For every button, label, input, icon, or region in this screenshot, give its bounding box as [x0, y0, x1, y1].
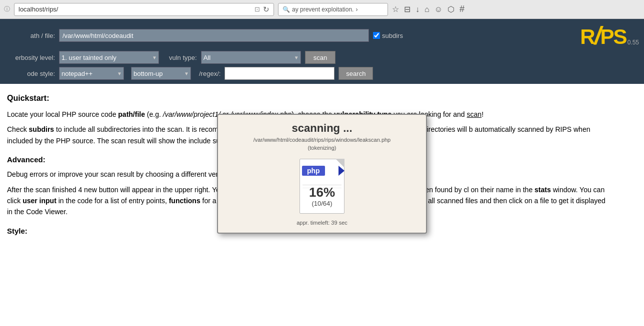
- para1-bold1: path/file: [118, 110, 145, 118]
- para4-functions: functions: [169, 197, 200, 205]
- scan-button[interactable]: scan: [305, 51, 336, 64]
- browser-bar: ⓘ localhost/rips/ ⊡ ↻ 🔍 ay prevent explo…: [0, 0, 644, 19]
- scan-modal-title: scanning ...: [226, 122, 418, 135]
- logo-area: R/PS 0.55: [580, 23, 639, 48]
- verbosity-row: erbosity level: 0. none 1. user tainted …: [5, 51, 639, 64]
- download-icon[interactable]: ↓: [416, 5, 420, 14]
- code-style-label: ode style:: [5, 70, 55, 77]
- quickstart-title: Quickstart:: [7, 94, 637, 103]
- regex-label: /regex/:: [199, 70, 220, 77]
- search-hint: ay prevent exploitation.: [292, 6, 354, 13]
- home-icon[interactable]: ⌂: [424, 5, 430, 14]
- php-badge-fold: [338, 166, 344, 176]
- star-icon[interactable]: ☆: [392, 4, 399, 14]
- vuln-select[interactable]: All XSS SQL Injection File Inclusion Cod…: [201, 51, 301, 64]
- browser-search-bar[interactable]: 🔍 ay prevent exploitation. ›: [278, 3, 388, 16]
- browser-toolbar: ☆ ⊟ ↓ ⌂ ☺ ⬡ #: [392, 4, 464, 14]
- scan-modal: scanning ... /var/www/html/codeaudit/rip…: [217, 114, 427, 234]
- para4-stats: stats: [534, 186, 551, 194]
- app-header: ath / file: subdirs R/PS 0.55 erbosity l…: [0, 19, 644, 84]
- php-badge-text: php: [307, 167, 320, 175]
- para1-text2: (e.g.: [145, 110, 163, 118]
- para2-bold: subdirs: [29, 125, 54, 133]
- para4-mid2: in the code for a list of entry points,: [56, 197, 169, 205]
- path-row: ath / file: subdirs R/PS 0.55: [5, 23, 639, 48]
- arrow-icon: ›: [356, 6, 358, 13]
- search-icon-browser: 🔍: [282, 6, 290, 13]
- subdirs-text: subdirs: [382, 32, 403, 39]
- pocket-icon[interactable]: ⬡: [448, 4, 454, 14]
- search-button[interactable]: search: [338, 67, 373, 80]
- smiley-icon[interactable]: ☺: [434, 5, 442, 14]
- para4-user-input: user input: [22, 197, 56, 205]
- reading-icon[interactable]: ⊟: [404, 4, 410, 14]
- verbosity-wrapper: 0. none 1. user tainted only 2. all tain…: [59, 51, 159, 64]
- code-style-select[interactable]: notepad++ vim emacs: [59, 67, 124, 80]
- subdirs-checkbox[interactable]: [373, 32, 380, 39]
- code-style-row: ode style: notepad++ vim emacs bottom-up…: [5, 67, 639, 80]
- rips-version: 0.55: [628, 39, 639, 46]
- scan-modal-header: scanning ... /var/www/html/codeaudit/rip…: [218, 115, 426, 154]
- scan-modal-subtitle2: (tokenizing): [226, 145, 418, 151]
- para1-text1: Locate your local PHP source code: [7, 110, 118, 118]
- scan-modal-body: php 16% (10/64) appr. timeleft: 39 sec: [218, 154, 426, 233]
- verbosity-select[interactable]: 0. none 1. user tainted only 2. all tain…: [59, 51, 159, 64]
- reload-icon[interactable]: ↻: [263, 5, 270, 14]
- php-file-icon: php 16% (10/64): [300, 159, 344, 214]
- vuln-label: vuln type:: [169, 54, 197, 61]
- verbosity-label: erbosity level:: [5, 54, 55, 61]
- code-style-wrapper: notepad++ vim emacs: [59, 67, 124, 80]
- traversal-wrapper: bottom-up top-down: [131, 67, 191, 80]
- scan-modal-subtitle: /var/www/html/codeaudit/rips/rips/window…: [226, 137, 418, 143]
- url-bar[interactable]: localhost/rips/ ⊡ ↻: [14, 3, 274, 16]
- bookmark-icon: ⊡: [254, 5, 260, 13]
- scan-count: (10/64): [300, 200, 344, 207]
- regex-input[interactable]: [224, 67, 334, 80]
- vuln-wrapper: All XSS SQL Injection File Inclusion Cod…: [201, 51, 301, 64]
- main-content: Quickstart: Locate your local PHP source…: [0, 84, 644, 250]
- path-input[interactable]: [59, 29, 369, 42]
- url-text: localhost/rips/: [18, 5, 58, 13]
- info-icon: ⓘ: [4, 5, 10, 13]
- rips-logo: R/PS: [580, 23, 626, 48]
- subdirs-label: subdirs: [373, 32, 403, 39]
- para1-ex1: /var/www/project1/: [163, 110, 220, 118]
- traversal-select[interactable]: bottom-up top-down: [131, 67, 191, 80]
- php-badge: php: [302, 166, 325, 176]
- menu-icon[interactable]: #: [460, 4, 464, 14]
- scan-timeleft: appr. timeleft: 39 sec: [296, 220, 348, 226]
- scan-link[interactable]: scan: [467, 110, 482, 118]
- path-label: ath / file:: [5, 32, 55, 39]
- para2-text1: Check: [7, 125, 29, 133]
- scan-percent: 16%: [300, 185, 344, 200]
